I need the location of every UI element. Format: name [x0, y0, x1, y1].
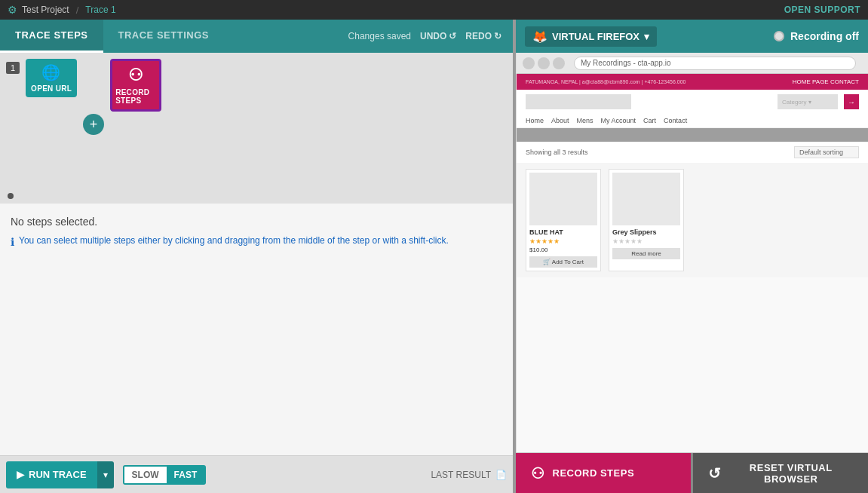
product-price-1: $10.00: [529, 246, 597, 253]
last-result-area: LAST RESULT 📄: [431, 470, 507, 480]
right-panel: 🦊 VIRTUAL FIREFOX ▾ Recording off My Rec…: [516, 20, 868, 493]
nav-contact[interactable]: Contact: [664, 117, 687, 124]
nav-myaccount[interactable]: My Account: [601, 117, 636, 124]
left-panel: TRACE STEPS TRACE SETTINGS Changes saved…: [0, 20, 513, 493]
tab-bar: TRACE STEPS TRACE SETTINGS Changes saved…: [0, 20, 513, 53]
tab-trace-settings[interactable]: TRACE SETTINGS: [103, 20, 224, 53]
record-steps-step[interactable]: ⚇ RECORD STEPS: [110, 59, 161, 112]
site-logo-area: Category ▾ →: [517, 90, 868, 114]
info-area: No steps selected. ℹ You can select mult…: [0, 204, 513, 455]
reset-icon: ↺: [708, 464, 722, 482]
nav-about[interactable]: About: [551, 117, 569, 124]
add-to-cart-btn-1[interactable]: 🛒 Add To Cart: [529, 256, 597, 268]
firefox-icon: 🦊: [532, 29, 547, 44]
browser-back-button[interactable]: [523, 57, 535, 69]
showing-results: Showing all 3 results: [526, 149, 588, 156]
record-steps-button[interactable]: ⚇ RECORD STEPS: [516, 453, 691, 493]
site-logo-right: Category ▾ →: [778, 94, 859, 109]
hint-row: ℹ You can select multiple steps either b…: [11, 235, 502, 248]
tab-actions: Changes saved UNDO ↺ REDO ↻: [337, 20, 513, 53]
changes-saved-label: Changes saved: [348, 31, 411, 41]
product-stars-2: ★★★★★: [612, 237, 680, 245]
record-steps-btn-icon: ⚇: [531, 464, 545, 482]
reset-browser-button[interactable]: ↺ RESET VIRTUAL BROWSER: [693, 453, 868, 493]
no-steps-label: No steps selected.: [11, 216, 502, 228]
site-contact-info: FATUMANOA, NEPAL | a@cta88@icbm890.com |…: [526, 79, 686, 84]
browser-dropdown-icon: ▾: [644, 31, 649, 42]
record-steps-label: RECORD STEPS: [115, 88, 156, 105]
redo-button[interactable]: REDO ↻: [465, 31, 501, 41]
url-bar[interactable]: My Recordings - cta-app.io: [574, 57, 856, 70]
site-banner: [517, 128, 868, 142]
site-search-input[interactable]: Category ▾: [778, 94, 838, 109]
slow-button[interactable]: SLOW: [124, 467, 167, 483]
hint-text: You can select multiple steps either by …: [19, 235, 449, 246]
nav-cart[interactable]: Cart: [643, 117, 656, 124]
fast-button[interactable]: FAST: [167, 467, 205, 483]
browser-bar: 🦊 VIRTUAL FIREFOX ▾ Recording off: [516, 20, 868, 53]
product-name-2: Grey Slippers: [612, 228, 680, 236]
browser-forward-button[interactable]: [538, 57, 550, 69]
recording-off-label: Recording off: [790, 30, 859, 42]
site-header: FATUMANOA, NEPAL | a@cta88@icbm890.com |…: [517, 74, 868, 90]
sort-dropdown[interactable]: Default sorting: [794, 146, 859, 158]
top-bar: ⚙ Test Project / Trace 1 OPEN SUPPORT: [0, 0, 868, 20]
product-card-1[interactable]: BLUE HAT ★★★★★ $10.00 🛒 Add To Cart: [526, 169, 601, 271]
browser-inner: My Recordings - cta-app.io FATUMANOA, NE…: [517, 53, 868, 452]
nav-mens[interactable]: Mens: [577, 117, 593, 124]
bottom-action-bar: ⚇ RECORD STEPS ↺ RESET VIRTUAL BROWSER: [516, 452, 868, 493]
products-bar: Showing all 3 results Default sorting: [517, 142, 868, 163]
trace-link[interactable]: Trace 1: [85, 5, 115, 15]
product-stars-1: ★★★★★: [529, 237, 597, 245]
step-number: 1: [6, 62, 20, 74]
read-more-btn-2[interactable]: Read more: [612, 248, 680, 259]
step-dot: [8, 193, 14, 199]
recording-dot: [774, 31, 784, 41]
site-search-btn[interactable]: →: [844, 94, 859, 109]
gear-icon: ⚙: [8, 4, 17, 16]
product-image-1: [529, 173, 597, 225]
tab-trace-steps[interactable]: TRACE STEPS: [0, 20, 103, 53]
record-steps-icon: ⚇: [128, 66, 143, 85]
products-grid: BLUE HAT ★★★★★ $10.00 🛒 Add To Cart Grey…: [517, 163, 868, 277]
browser-name: VIRTUAL FIREFOX: [552, 31, 639, 42]
last-result-label: LAST RESULT: [431, 470, 491, 480]
last-result-icon: 📄: [495, 470, 507, 480]
main-layout: TRACE STEPS TRACE SETTINGS Changes saved…: [0, 20, 868, 493]
run-trace-dropdown-button[interactable]: ▾: [97, 461, 114, 488]
product-card-2[interactable]: Grey Slippers ★★★★★ Read more: [609, 169, 684, 271]
undo-icon: ↺: [449, 31, 456, 41]
fake-browser-nav: My Recordings - cta-app.io: [517, 53, 868, 74]
site-logo: [526, 94, 631, 109]
run-trace-button[interactable]: ▶ RUN TRACE: [6, 461, 97, 488]
info-icon: ℹ: [11, 236, 14, 248]
open-support-button[interactable]: OPEN SUPPORT: [784, 5, 860, 15]
browser-content: My Recordings - cta-app.io FATUMANOA, NE…: [516, 53, 868, 452]
breadcrumb-separator: /: [76, 5, 79, 16]
undo-button[interactable]: UNDO ↺: [420, 31, 456, 41]
site-nav-right: HOME PAGE CONTACT: [793, 78, 859, 85]
steps-area: 1 🌐 OPEN URL + ⚇ RECORD STEPS: [0, 53, 513, 188]
browser-refresh-button[interactable]: [553, 57, 565, 69]
site-nav: Home About Mens My Account Cart Contact: [517, 114, 868, 128]
open-url-step[interactable]: 🌐 OPEN URL: [26, 59, 77, 97]
url-text: My Recordings - cta-app.io: [581, 59, 671, 67]
nav-home[interactable]: Home: [526, 117, 544, 124]
add-step-button[interactable]: +: [83, 114, 104, 135]
step-dot-row: [0, 188, 513, 204]
play-icon: ▶: [17, 469, 24, 480]
bottom-bar: ▶ RUN TRACE ▾ SLOW FAST LAST RESULT 📄: [0, 455, 513, 493]
recording-status: Recording off: [774, 30, 859, 42]
product-image-2: [612, 173, 680, 225]
product-name-1: BLUE HAT: [529, 228, 597, 236]
globe-icon: 🌐: [41, 63, 60, 81]
open-url-label: OPEN URL: [31, 84, 72, 93]
browser-selector[interactable]: 🦊 VIRTUAL FIREFOX ▾: [525, 26, 657, 47]
redo-icon: ↻: [494, 31, 501, 41]
speed-toggle: SLOW FAST: [123, 465, 207, 485]
project-link[interactable]: Test Project: [22, 5, 69, 15]
